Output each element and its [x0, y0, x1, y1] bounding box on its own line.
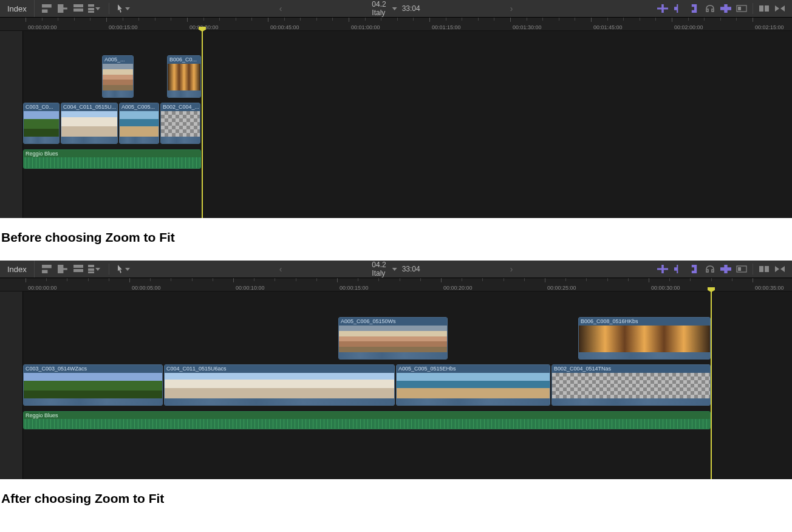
headphones-icon[interactable] — [703, 263, 717, 275]
solo-button[interactable] — [687, 2, 702, 15]
playhead-handle-icon[interactable] — [199, 27, 206, 32]
video-clip[interactable]: A005_C006_05150Ws — [338, 317, 448, 360]
clip-audio-waveform — [24, 137, 59, 143]
ruler-minor-tick — [90, 18, 90, 21]
overwrite-clip-button[interactable] — [88, 3, 100, 14]
solo-button[interactable] — [687, 263, 702, 275]
playhead[interactable] — [711, 292, 712, 479]
ruler-tick-label: 00:02:00:00 — [674, 24, 703, 30]
ruler-minor-tick — [607, 18, 608, 21]
effects-browser-button[interactable] — [757, 263, 771, 275]
clip-label: C003_C003_0514WZacs — [24, 365, 162, 373]
ruler-minor-tick — [316, 18, 317, 21]
select-tool-button[interactable] — [118, 3, 130, 14]
svg-rect-3 — [765, 5, 769, 12]
video-clip[interactable]: C003_C003_0514WZacs — [23, 364, 163, 406]
video-clip[interactable]: A005_... — [102, 55, 134, 98]
svg-rect-1 — [738, 7, 741, 10]
nav-next-button[interactable]: › — [425, 264, 598, 274]
view-options-button[interactable] — [734, 2, 749, 15]
chevron-down-icon[interactable] — [392, 268, 397, 271]
clip-thumbnail — [161, 111, 200, 137]
nav-next-button[interactable]: › — [425, 4, 598, 13]
nav-prev-button[interactable]: ‹ — [194, 4, 367, 13]
clip-audio-waveform — [161, 137, 200, 143]
skimming-button[interactable] — [655, 263, 670, 275]
timeline-title-area: ‹ 04.2 Italy 33:04 › — [194, 261, 598, 278]
playhead-handle-icon[interactable] — [708, 287, 715, 292]
audio-skimming-button[interactable] — [671, 263, 686, 275]
video-clip[interactable]: C003_C0... — [23, 103, 60, 144]
project-name-label[interactable]: 04.2 Italy — [372, 261, 386, 278]
video-clip[interactable]: A005_C005... — [119, 103, 159, 144]
ruler-minor-tick — [284, 18, 285, 21]
connect-clip-button[interactable] — [41, 264, 53, 275]
video-clip[interactable]: C004_C011_0515U... — [61, 103, 118, 144]
clip-thumbnail — [165, 373, 394, 398]
ruler-minor-tick — [690, 278, 691, 281]
clip-thumbnail — [24, 111, 59, 137]
ruler-minor-tick — [628, 278, 629, 281]
overwrite-clip-button[interactable] — [88, 264, 100, 275]
video-clip[interactable]: B002_C004_0514TNas — [551, 364, 711, 406]
insert-clip-button[interactable] — [56, 264, 69, 275]
ruler-minor-tick — [296, 278, 296, 281]
connect-clip-button[interactable] — [41, 3, 53, 14]
select-tool-button[interactable] — [118, 264, 130, 275]
project-name-label[interactable]: 04.2 Italy — [372, 0, 386, 17]
video-clip[interactable]: B002_C004_... — [160, 103, 200, 144]
ruler-minor-tick — [413, 18, 414, 21]
ruler-tick-label: 00:01:00:00 — [351, 24, 380, 30]
effects-browser-button[interactable] — [757, 2, 771, 15]
tracks-area[interactable]: A005_...B006_C0... C003_C0...C004_C011_0… — [0, 31, 792, 218]
ruler-minor-tick — [504, 278, 504, 281]
ruler-tick: 00:00:10:00 — [233, 278, 265, 291]
headphones-icon[interactable] — [703, 2, 717, 15]
ruler-minor-tick — [381, 18, 381, 21]
snapping-button[interactable] — [719, 263, 733, 275]
ruler-minor-tick — [420, 278, 421, 281]
index-button[interactable]: Index — [0, 261, 35, 278]
chevron-down-icon[interactable] — [392, 7, 397, 10]
insert-clip-button[interactable] — [56, 3, 69, 14]
transitions-browser-button[interactable] — [773, 2, 787, 15]
ruler-minor-tick — [575, 18, 575, 21]
clip-thumbnail — [120, 111, 159, 137]
ruler-minor-tick — [711, 278, 712, 281]
ruler-tick: 00:00:15:00 — [337, 278, 369, 291]
tracks-area[interactable]: A005_C006_05150WsB006_C008_0516HKbs C003… — [0, 292, 792, 479]
skimming-button[interactable] — [655, 2, 670, 15]
append-clip-button[interactable] — [72, 3, 84, 14]
video-clip[interactable]: B006_C0... — [167, 55, 201, 98]
index-button[interactable]: Index — [0, 0, 35, 17]
tool-select-group — [112, 264, 136, 275]
clip-thumbnail — [397, 373, 550, 398]
timeline-before: Index ‹ 04.2 Italy 33:04 › — [0, 0, 792, 218]
clip-audio-waveform — [103, 90, 133, 97]
ruler-minor-tick — [607, 278, 608, 281]
video-clip[interactable]: C004_C011_0515U6acs — [164, 364, 395, 406]
clip-audio-waveform — [165, 398, 394, 405]
ruler-minor-tick — [155, 18, 155, 21]
ruler-minor-tick — [275, 278, 275, 281]
time-ruler[interactable]: 00:00:00:0000:00:15:0000:00:30:0000:00:4… — [0, 18, 792, 31]
ruler-minor-tick — [358, 278, 358, 281]
ruler-minor-tick — [655, 18, 656, 21]
video-clip[interactable]: B006_C008_0516HKbs — [578, 317, 711, 360]
ruler-minor-tick — [171, 18, 171, 21]
ruler-minor-tick — [219, 18, 220, 21]
nav-prev-button[interactable]: ‹ — [194, 264, 367, 274]
view-options-button[interactable] — [734, 263, 749, 275]
audio-skimming-button[interactable] — [671, 2, 686, 15]
append-clip-button[interactable] — [72, 264, 84, 275]
playhead[interactable] — [202, 31, 203, 218]
audio-clip[interactable]: Reggio Blues — [23, 149, 201, 169]
transitions-browser-button[interactable] — [773, 263, 787, 275]
right-tool-group — [655, 263, 792, 275]
audio-clip[interactable]: Reggio Blues — [23, 411, 711, 429]
time-ruler[interactable]: 00:00:00:0000:00:05:0000:00:10:0000:00:1… — [0, 278, 792, 292]
ruler-minor-tick — [300, 18, 301, 21]
snapping-button[interactable] — [719, 2, 733, 15]
video-clip[interactable]: A005_C005_0515EHbs — [396, 364, 550, 406]
ruler-tick-label: 00:00:15:00 — [109, 24, 138, 30]
